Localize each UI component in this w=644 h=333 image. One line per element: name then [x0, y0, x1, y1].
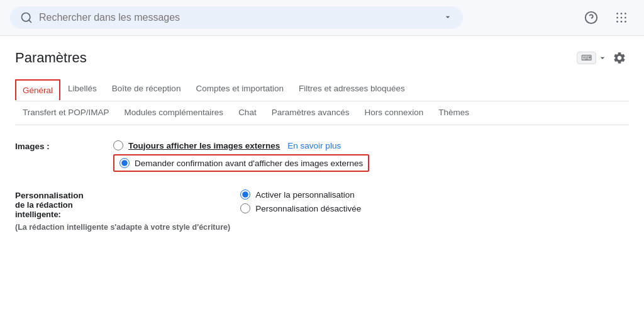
- smart-compose-option2[interactable]: Personnalisation désactivée: [240, 203, 361, 213]
- images-option1-link[interactable]: En savoir plus: [287, 141, 341, 150]
- images-option2-highlighted: Demander confirmation avant d'afficher d…: [113, 154, 369, 172]
- smart-compose-label1: Personnalisation: [15, 191, 230, 200]
- keyboard-icon-area: ⌨: [577, 52, 608, 64]
- images-setting-row: Images : Toujours afficher les images ex…: [15, 140, 629, 172]
- help-button[interactable]: [579, 5, 604, 30]
- keyboard-icon: ⌨: [577, 52, 596, 64]
- svg-point-4: [616, 13, 618, 14]
- svg-point-5: [621, 13, 623, 14]
- images-option1[interactable]: Toujours afficher les images externes En…: [113, 140, 369, 150]
- images-option2[interactable]: Demander confirmation avant d'afficher d…: [119, 158, 363, 168]
- svg-point-7: [616, 17, 618, 19]
- smart-compose-section: Personnalisation de la rédaction intelli…: [15, 189, 629, 234]
- page-title: Paramètres: [15, 50, 87, 66]
- smart-compose-setting-row: Personnalisation de la rédaction intelli…: [15, 189, 629, 234]
- page-title-row: Paramètres ⌨: [15, 48, 629, 67]
- smart-compose-note: (La rédaction intelligente s'adapte à vo…: [15, 222, 230, 234]
- images-radio1[interactable]: [113, 140, 123, 150]
- images-radio2[interactable]: [119, 158, 130, 168]
- tabs-row-2: Transfert et POP/IMAP Modules complément…: [15, 101, 629, 125]
- apps-button[interactable]: [609, 5, 634, 30]
- tab-comptes[interactable]: Comptes et importation: [188, 77, 291, 101]
- main-content: Paramètres ⌨ Général Libellés Boîte de r…: [0, 36, 644, 264]
- svg-point-10: [616, 21, 618, 23]
- svg-line-1: [29, 20, 31, 23]
- search-bar: [10, 6, 463, 29]
- title-icons: ⌨: [577, 48, 629, 67]
- search-dropdown-icon[interactable]: [443, 12, 453, 24]
- search-input[interactable]: [39, 12, 436, 23]
- svg-point-12: [625, 21, 626, 23]
- smart-compose-option2-text: Personnalisation désactivée: [255, 204, 361, 213]
- tab-general[interactable]: Général: [15, 79, 60, 100]
- smart-compose-option1[interactable]: Activer la personnalisation: [240, 189, 361, 200]
- svg-point-9: [625, 17, 626, 19]
- smart-compose-option1-text: Activer la personnalisation: [255, 190, 355, 200]
- images-section: Images : Toujours afficher les images ex…: [15, 140, 629, 172]
- smart-compose-options: Activer la personnalisation Personnalisa…: [240, 189, 361, 213]
- images-option2-text: Demander confirmation avant d'afficher d…: [135, 159, 363, 168]
- tab-avances[interactable]: Paramètres avancés: [264, 101, 357, 125]
- svg-point-6: [625, 13, 626, 14]
- tabs-row-1: Général Libellés Boîte de réception Comp…: [15, 77, 629, 101]
- tab-themes[interactable]: Thèmes: [431, 101, 477, 125]
- smart-compose-label2: de la rédaction: [15, 200, 230, 210]
- settings-gear-button[interactable]: [610, 48, 629, 67]
- search-icon: [20, 11, 33, 24]
- tab-chat[interactable]: Chat: [231, 101, 264, 125]
- images-label: Images :: [15, 140, 103, 151]
- tab-transfert[interactable]: Transfert et POP/IMAP: [15, 101, 117, 125]
- images-option1-text: Toujours afficher les images externes: [128, 141, 280, 150]
- tab-hors[interactable]: Hors connexion: [357, 101, 431, 125]
- smart-compose-label3: intelligente:: [15, 210, 230, 219]
- header: [0, 0, 644, 36]
- svg-point-11: [621, 21, 623, 23]
- images-options: Toujours afficher les images externes En…: [113, 140, 369, 172]
- tab-filtres[interactable]: Filtres et adresses bloquées: [291, 77, 413, 101]
- smart-compose-radio2[interactable]: [240, 203, 250, 213]
- smart-compose-label: Personnalisation de la rédaction intelli…: [15, 189, 230, 234]
- tab-modules[interactable]: Modules complémentaires: [117, 101, 231, 125]
- svg-point-8: [621, 17, 623, 19]
- keyboard-chevron-icon[interactable]: [597, 53, 608, 63]
- smart-compose-radio1[interactable]: [240, 189, 250, 200]
- tab-libelles[interactable]: Libellés: [60, 77, 104, 101]
- header-icons: [579, 5, 634, 30]
- tab-boite[interactable]: Boîte de réception: [104, 77, 189, 101]
